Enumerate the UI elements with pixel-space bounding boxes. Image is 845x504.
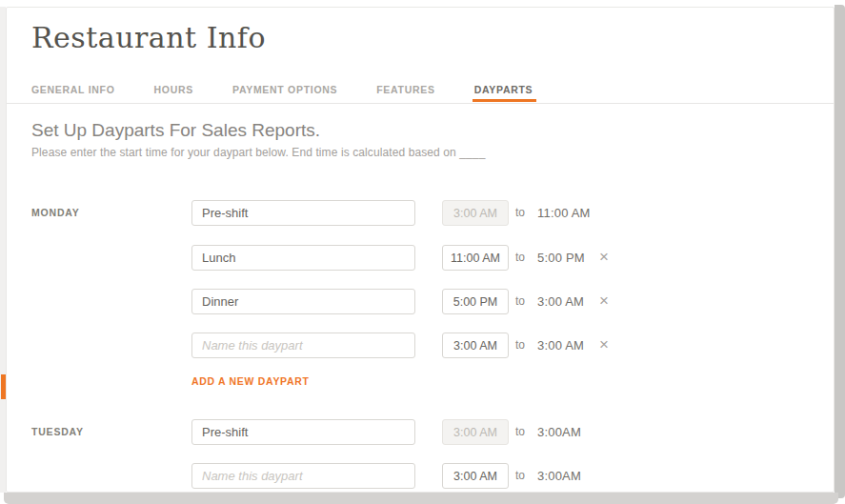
tab-payment-options[interactable]: PAYMENT OPTIONS [232,84,337,99]
tab-label: FEATURES [376,84,434,95]
tab-label: DAYPARTS [474,84,533,95]
tab-label: PAYMENT OPTIONS [232,84,337,95]
to-label: to [515,333,525,358]
daypart-start-time-input[interactable] [442,333,509,358]
tab-label: GENERAL INFO [31,84,115,95]
window-edge-bottom [4,493,838,504]
daypart-name-input[interactable] [191,289,415,314]
tab-bar: GENERAL INFO HOURS PAYMENT OPTIONS FEATU… [31,84,533,99]
daypart-end-time: 5:00 PM [537,245,585,271]
daypart-start-time-input [442,200,509,226]
daypart-row: TUESDAY to 3:00AM [0,419,845,445]
tab-hours[interactable]: HOURS [154,84,193,99]
active-tab-underline [473,99,537,102]
daypart-start-time-input[interactable] [442,463,509,489]
section-subheading: Please enter the start time for your day… [31,146,485,159]
daypart-end-time: 3:00AM [537,463,581,489]
daypart-start-time-input[interactable] [442,289,509,314]
daypart-name-input[interactable] [191,200,415,226]
to-label: to [515,289,525,314]
tab-features[interactable]: FEATURES [376,84,434,99]
tab-general-info[interactable]: GENERAL INFO [31,84,115,99]
tab-bar-divider [7,103,834,104]
daypart-name-input[interactable] [191,463,415,489]
day-label-tuesday: TUESDAY [31,419,84,445]
daypart-start-time-input[interactable] [442,245,509,271]
to-label: to [515,419,525,445]
day-label-monday: MONDAY [31,200,80,226]
daypart-end-time: 3:00 AM [537,289,584,314]
daypart-name-input[interactable] [191,419,415,445]
daypart-end-time: 3:00AM [537,419,581,445]
add-new-daypart-button[interactable]: ADD A NEW DAYPART [191,375,310,387]
daypart-end-time: 3:00 AM [537,333,584,358]
to-label: to [515,245,525,271]
page-title: Restaurant Info [31,21,266,54]
daypart-row: to 3:00AM [0,463,845,489]
to-label: to [515,463,525,489]
section-heading: Set Up Dayparts For Sales Reports. [31,120,320,141]
daypart-name-input[interactable] [191,245,415,271]
daypart-end-time: 11:00 AM [537,200,591,226]
daypart-start-time-input [442,419,509,445]
remove-daypart-icon[interactable]: × [594,333,614,357]
daypart-row: to 3:00 AM × [0,289,845,314]
to-label: to [515,200,525,226]
daypart-row: to 3:00 AM × [0,333,845,358]
remove-daypart-icon[interactable]: × [594,245,614,270]
daypart-name-input[interactable] [191,333,415,358]
daypart-row: MONDAY to 11:00 AM [0,200,845,226]
tab-label: HOURS [154,84,193,95]
left-edge-scroll-marker [1,374,6,399]
remove-daypart-icon[interactable]: × [594,289,614,313]
daypart-row: to 5:00 PM × [0,245,845,271]
tab-dayparts[interactable]: DAYPARTS [474,84,533,99]
